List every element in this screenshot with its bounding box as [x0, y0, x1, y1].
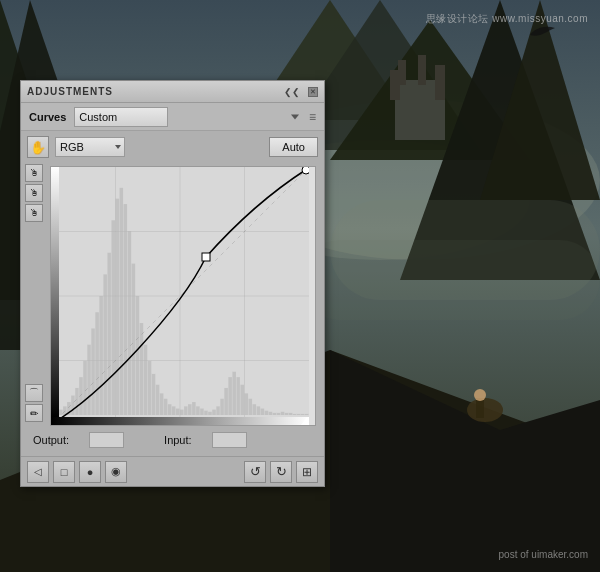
- output-label: Output:: [33, 434, 69, 446]
- auto-button[interactable]: Auto: [269, 137, 318, 157]
- output-input-row: Output: Input:: [25, 430, 320, 452]
- panel-titlebar: ADJUSTMENTS ❮❮ ✕: [21, 81, 324, 103]
- watermark-top: 思缘设计论坛 www.missyuan.com: [426, 12, 588, 26]
- eyedropper-white-btn[interactable]: 🖱: [25, 204, 43, 222]
- footer-new-btn[interactable]: □: [53, 461, 75, 483]
- close-button[interactable]: ✕: [308, 87, 318, 97]
- panel-footer: ◁ □ ● ◉ ↺ ↻ ⊞: [21, 456, 324, 486]
- channel-select[interactable]: RGB Red Green Blue: [55, 137, 125, 157]
- curve-section: 🖱 🖱 🖱 ⌒ ✏: [25, 162, 320, 430]
- footer-left-tools: ◁ □ ● ◉: [27, 461, 127, 483]
- svg-rect-8: [435, 65, 445, 100]
- svg-rect-9: [398, 60, 406, 85]
- input-value[interactable]: [212, 432, 247, 448]
- panel-controls: ❮❮ ✕: [284, 87, 318, 97]
- eyedropper-black-btn[interactable]: 🖱: [25, 164, 43, 182]
- double-arrow-icon[interactable]: ❮❮: [284, 87, 300, 97]
- curve-smooth-btn[interactable]: ⌒: [25, 384, 43, 402]
- footer-prev-btn[interactable]: ◁: [27, 461, 49, 483]
- input-label: Input:: [164, 434, 192, 446]
- footer-add-btn[interactable]: ⊞: [296, 461, 318, 483]
- curve-tool-group: ⌒ ✏: [25, 384, 43, 422]
- preset-select[interactable]: Custom Default Strong Contrast Linear Co…: [74, 107, 168, 127]
- curves-label: Curves: [29, 111, 66, 123]
- svg-point-19: [474, 389, 486, 401]
- svg-rect-10: [418, 55, 426, 85]
- hand-tool-btn[interactable]: ✋: [27, 136, 49, 158]
- watermark-bottom: post of uimaker.com: [499, 549, 588, 560]
- curves-preset-row: Curves Custom Default Strong Contrast Li…: [21, 103, 324, 131]
- curve-pencil-btn[interactable]: ✏: [25, 404, 43, 422]
- curve-canvas-area[interactable]: [50, 166, 316, 426]
- channel-auto-row: ✋ RGB Red Green Blue Auto: [25, 135, 320, 159]
- footer-delete-btn[interactable]: ↻: [270, 461, 292, 483]
- preset-select-arrow: [291, 115, 299, 120]
- adjustments-panel: ADJUSTMENTS ❮❮ ✕ Curves Custom Default S…: [20, 80, 325, 487]
- curve-canvas: [51, 167, 309, 425]
- channel-select-wrapper: RGB Red Green Blue: [55, 137, 125, 157]
- output-value[interactable]: [89, 432, 124, 448]
- panel-menu-icon[interactable]: ≡: [309, 110, 316, 124]
- left-tools: 🖱 🖱 🖱 ⌒ ✏: [25, 162, 43, 430]
- footer-right-tools: ↺ ↻ ⊞: [244, 461, 318, 483]
- panel-title: ADJUSTMENTS: [27, 86, 113, 97]
- svg-point-17: [467, 398, 503, 422]
- footer-visibility-btn[interactable]: ◉: [105, 461, 127, 483]
- preset-select-wrapper: Custom Default Strong Contrast Linear Co…: [74, 107, 303, 127]
- footer-eye-btn[interactable]: ●: [79, 461, 101, 483]
- svg-rect-21: [300, 240, 600, 320]
- panel-body: ✋ RGB Red Green Blue Auto 🖱 🖱 🖱: [21, 131, 324, 456]
- footer-reset-btn[interactable]: ↺: [244, 461, 266, 483]
- eyedropper-gray-btn[interactable]: 🖱: [25, 184, 43, 202]
